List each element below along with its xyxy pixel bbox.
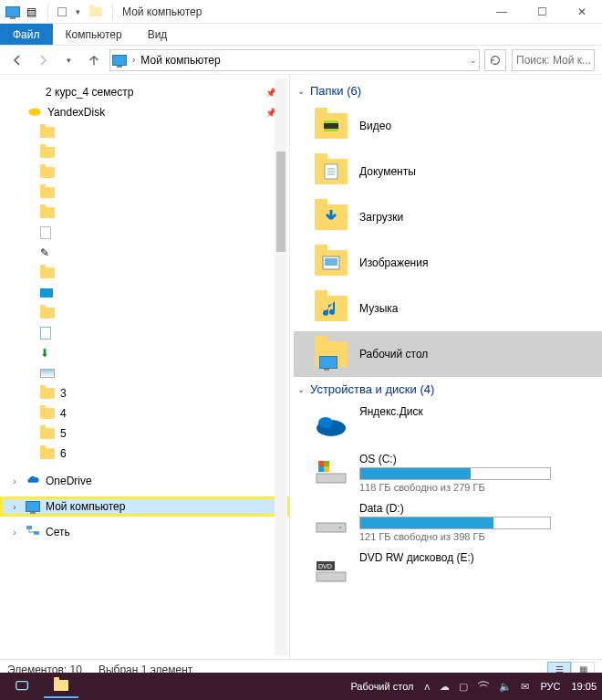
group-title: Устройства и диски (4) bbox=[310, 382, 434, 396]
drive-tile-c[interactable]: OS (C:) 118 ГБ свободно из 279 ГБ bbox=[294, 449, 602, 498]
nav-scrollbar[interactable] bbox=[275, 78, 287, 655]
tab-file[interactable]: Файл bbox=[0, 24, 53, 45]
drive-tile-d[interactable]: Data (D:) 121 ГБ свободно из 398 ГБ bbox=[294, 498, 602, 548]
search-input[interactable] bbox=[516, 54, 590, 67]
tray-action-center-icon[interactable]: ✉ bbox=[521, 681, 529, 693]
tray-battery-icon[interactable]: ▢ bbox=[459, 681, 468, 693]
taskbar-app-explorer[interactable] bbox=[44, 674, 78, 698]
tray-wifi-icon[interactable] bbox=[477, 680, 490, 693]
document-icon bbox=[40, 226, 51, 239]
taskbar-app-chat[interactable] bbox=[5, 674, 40, 698]
nav-label: Сеть bbox=[46, 526, 70, 538]
content-area: ⌄ Папки (6) Видео Документы Загрузки Изо… bbox=[290, 75, 602, 659]
cloud-icon bbox=[312, 405, 350, 444]
group-header-folders[interactable]: ⌄ Папки (6) bbox=[294, 78, 602, 103]
nav-item[interactable] bbox=[0, 203, 289, 223]
nav-item[interactable] bbox=[0, 283, 289, 303]
maximize-button[interactable]: ☐ bbox=[522, 0, 562, 24]
close-button[interactable]: ✕ bbox=[562, 0, 602, 24]
window-title: Мой компьютер bbox=[122, 5, 202, 18]
qat-properties-icon[interactable]: ▤ bbox=[24, 5, 38, 19]
recent-dropdown[interactable]: ▾ bbox=[58, 50, 78, 70]
qat-checkbox-icon[interactable] bbox=[57, 7, 67, 16]
back-button[interactable] bbox=[7, 50, 27, 70]
refresh-button[interactable] bbox=[484, 49, 506, 71]
nav-label: 3 bbox=[60, 387, 67, 400]
tray-onedrive-icon[interactable]: ☁ bbox=[440, 681, 450, 693]
documents-folder-icon bbox=[312, 152, 350, 191]
folder-tile-images[interactable]: Изображения bbox=[294, 240, 602, 286]
tile-label: Рабочий стол bbox=[359, 348, 428, 360]
nav-item[interactable]: 5 bbox=[0, 423, 289, 444]
picture-icon bbox=[40, 369, 55, 378]
nav-item[interactable]: 6 bbox=[0, 444, 289, 464]
scrollbar-thumb[interactable] bbox=[276, 151, 285, 252]
nav-item[interactable] bbox=[0, 363, 289, 383]
nav-item[interactable] bbox=[0, 183, 289, 203]
nav-item[interactable] bbox=[0, 142, 289, 162]
folder-tile-documents[interactable]: Документы bbox=[294, 149, 602, 194]
address-dropdown-icon[interactable]: ⌄ bbox=[470, 56, 477, 65]
minimize-button[interactable]: ― bbox=[482, 0, 522, 24]
drive-tile-yandex[interactable]: Яндекс.Диск bbox=[294, 402, 602, 449]
downloads-folder-icon bbox=[312, 198, 350, 236]
nav-item-network[interactable]: › Сеть bbox=[0, 522, 289, 542]
folder-tile-downloads[interactable]: Загрузки bbox=[294, 194, 602, 240]
hdd-icon bbox=[312, 502, 350, 540]
tray-up-icon[interactable]: ʌ bbox=[424, 681, 431, 693]
nav-item[interactable] bbox=[0, 162, 289, 183]
nav-item[interactable]: ⬇ bbox=[0, 343, 289, 363]
ribbon-tabs: Файл Компьютер Вид bbox=[0, 24, 602, 46]
chevron-right-icon[interactable]: › bbox=[132, 55, 135, 65]
group-title: Папки (6) bbox=[310, 84, 361, 98]
svg-rect-16 bbox=[318, 461, 324, 466]
location-text[interactable]: Мой компьютер bbox=[140, 54, 220, 67]
tray-desktop-label[interactable]: Рабочий стол bbox=[350, 681, 413, 692]
nav-item-yandexdisk[interactable]: YandexDisk 📌 bbox=[0, 102, 289, 122]
drive-tile-dvd[interactable]: DVD DVD RW дисковод (E:) bbox=[294, 548, 602, 595]
nav-item-my-computer[interactable]: › Мой компьютер bbox=[0, 496, 289, 517]
tray-volume-icon[interactable]: 🔈 bbox=[499, 681, 512, 693]
folder-icon bbox=[40, 147, 55, 158]
nav-item[interactable]: 2 курс_4 семестр 📌 bbox=[0, 82, 289, 102]
drive-usage-bar bbox=[359, 517, 551, 529]
nav-item-onedrive[interactable]: › OneDrive bbox=[0, 471, 289, 491]
nav-item[interactable] bbox=[0, 263, 289, 283]
nav-label: Мой компьютер bbox=[46, 500, 125, 513]
nav-item[interactable]: 4 bbox=[0, 403, 289, 423]
nav-item[interactable]: 3 bbox=[0, 383, 289, 403]
folder-tile-music[interactable]: Музыка bbox=[294, 286, 602, 331]
group-header-drives[interactable]: ⌄ Устройства и диски (4) bbox=[294, 377, 602, 402]
expand-icon[interactable]: › bbox=[9, 476, 20, 486]
nav-item[interactable] bbox=[0, 323, 289, 343]
tray-time[interactable]: 19:05 bbox=[571, 681, 597, 692]
nav-item[interactable] bbox=[0, 223, 289, 243]
expand-icon[interactable]: › bbox=[9, 528, 20, 538]
address-bar[interactable]: › Мой компьютер ⌄ bbox=[109, 49, 480, 71]
qat-dropdown-icon[interactable]: ▾ bbox=[70, 5, 85, 19]
location-crumb[interactable] bbox=[112, 55, 127, 66]
tab-computer[interactable]: Компьютер bbox=[53, 24, 135, 45]
up-button[interactable] bbox=[84, 50, 104, 70]
svg-rect-11 bbox=[325, 258, 337, 266]
nav-pane: 2 курс_4 семестр 📌 YandexDisk 📌 ✎ ⬇ 3 4 … bbox=[0, 75, 290, 659]
tab-view[interactable]: Вид bbox=[135, 24, 181, 45]
main-area: 2 курс_4 семестр 📌 YandexDisk 📌 ✎ ⬇ 3 4 … bbox=[0, 75, 602, 659]
svg-rect-14 bbox=[317, 474, 346, 483]
nav-item[interactable] bbox=[0, 122, 289, 142]
qat-folder-icon[interactable] bbox=[88, 5, 103, 19]
nav-item[interactable] bbox=[0, 303, 289, 323]
search-box[interactable] bbox=[512, 49, 595, 71]
folder-icon bbox=[40, 308, 55, 319]
forward-button[interactable] bbox=[33, 50, 53, 70]
monitor-icon bbox=[26, 501, 40, 512]
nav-item[interactable]: ✎ bbox=[0, 243, 289, 263]
quick-access-toolbar: ▤ ▾ bbox=[0, 4, 119, 20]
nav-label: 5 bbox=[60, 427, 67, 440]
nav-label: 6 bbox=[60, 447, 67, 460]
tray-lang[interactable]: РУС bbox=[540, 681, 560, 692]
chevron-down-icon: ⌄ bbox=[297, 384, 305, 394]
expand-icon[interactable]: › bbox=[9, 502, 20, 512]
folder-tile-video[interactable]: Видео bbox=[294, 103, 602, 149]
folder-tile-desktop[interactable]: Рабочий стол bbox=[294, 331, 602, 377]
